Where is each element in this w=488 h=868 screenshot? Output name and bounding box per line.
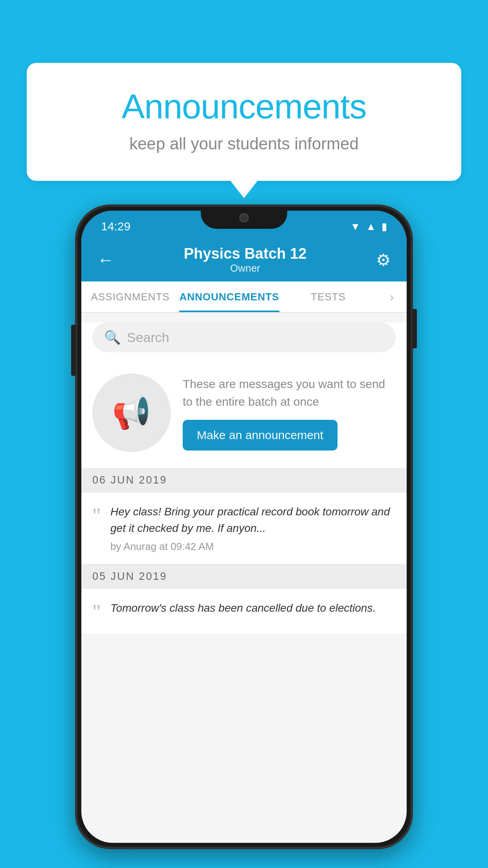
header-center: Physics Batch 12 Owner bbox=[184, 245, 307, 274]
date-divider-1: 06 JUN 2019 bbox=[81, 468, 407, 493]
date-label-1: 06 JUN 2019 bbox=[92, 474, 167, 486]
announcement-item-2[interactable]: " Tomorrow's class has been cancelled du… bbox=[81, 589, 407, 634]
notch bbox=[201, 207, 287, 229]
wifi-icon: ▼ bbox=[350, 221, 361, 233]
signal-icon: ▲ bbox=[366, 221, 376, 233]
header-subtitle: Owner bbox=[184, 262, 307, 274]
quote-icon-2: " bbox=[92, 601, 101, 623]
tab-more[interactable]: › bbox=[377, 281, 407, 312]
content-area: 🔍 Search 📢 These are messages you want t… bbox=[81, 322, 407, 634]
announcement-content-1: Hey class! Bring your practical record b… bbox=[110, 504, 396, 553]
search-icon: 🔍 bbox=[104, 329, 121, 345]
announcement-content-2: Tomorrow's class has been cancelled due … bbox=[110, 600, 396, 620]
date-label-2: 05 JUN 2019 bbox=[92, 570, 167, 583]
bubble-title: Announcements bbox=[58, 86, 430, 127]
announcement-item-1[interactable]: " Hey class! Bring your practical record… bbox=[81, 493, 407, 564]
tabs-container: ASSIGNMENTS ANNOUNCEMENTS TESTS › bbox=[81, 281, 407, 313]
announcement-message-2: Tomorrow's class has been cancelled due … bbox=[110, 600, 396, 616]
phone-screen: 14:29 ▼ ▲ ▮ ← Physics Batch 12 Owner ⚙ bbox=[81, 211, 407, 843]
promo-icon-circle: 📢 bbox=[92, 373, 171, 452]
tab-announcements[interactable]: ANNOUNCEMENTS bbox=[179, 281, 279, 312]
announcement-message-1: Hey class! Bring your practical record b… bbox=[110, 504, 396, 537]
back-button[interactable]: ← bbox=[97, 250, 114, 270]
date-divider-2: 05 JUN 2019 bbox=[81, 564, 407, 589]
camera bbox=[239, 213, 249, 223]
promo-section: 📢 These are messages you want to send to… bbox=[81, 362, 407, 468]
speech-bubble-section: Announcements keep all your students inf… bbox=[27, 63, 461, 181]
promo-right: These are messages you want to send to t… bbox=[183, 375, 396, 451]
announcement-meta-1: by Anurag at 09:42 AM bbox=[110, 541, 396, 553]
search-bar[interactable]: 🔍 Search bbox=[92, 322, 396, 352]
tab-assignments[interactable]: ASSIGNMENTS bbox=[81, 281, 179, 312]
bubble-subtitle: keep all your students informed bbox=[58, 134, 430, 153]
app-header: ← Physics Batch 12 Owner ⚙ bbox=[81, 238, 407, 281]
quote-icon-1: " bbox=[92, 505, 101, 526]
battery-icon: ▮ bbox=[382, 221, 387, 233]
phone-mockup: 14:29 ▼ ▲ ▮ ← Physics Batch 12 Owner ⚙ bbox=[75, 204, 413, 849]
promo-description: These are messages you want to send to t… bbox=[183, 375, 396, 410]
megaphone-icon: 📢 bbox=[112, 394, 151, 431]
make-announcement-button[interactable]: Make an announcement bbox=[183, 420, 338, 451]
status-time: 14:29 bbox=[101, 220, 130, 233]
tab-tests[interactable]: TESTS bbox=[279, 281, 377, 312]
header-title: Physics Batch 12 bbox=[184, 245, 307, 262]
search-placeholder: Search bbox=[127, 330, 169, 345]
phone-outer: 14:29 ▼ ▲ ▮ ← Physics Batch 12 Owner ⚙ bbox=[75, 204, 413, 849]
speech-bubble: Announcements keep all your students inf… bbox=[27, 63, 461, 181]
status-icons: ▼ ▲ ▮ bbox=[350, 221, 387, 233]
settings-icon[interactable]: ⚙ bbox=[376, 250, 391, 270]
